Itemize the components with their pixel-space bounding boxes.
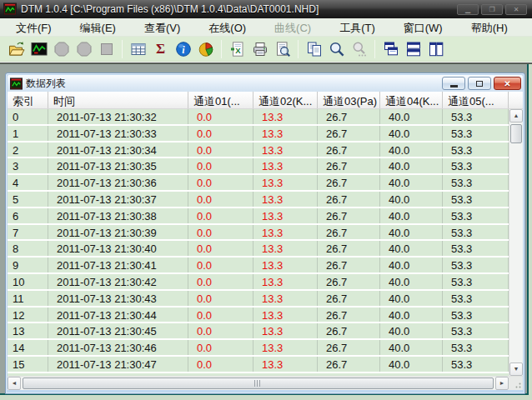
menu-item-view[interactable]: 查看(V) <box>130 18 194 36</box>
menu-item-online[interactable]: 在线(O) <box>194 18 260 36</box>
table-row-8[interactable]: 82011-07-13 21:30:400.013.326.740.053.3 <box>8 241 509 258</box>
toolbar-button-data-monitor[interactable] <box>28 39 50 60</box>
cell-ch02: 13.3 <box>253 126 318 141</box>
vertical-scrollbar[interactable]: ▲ ▼ <box>509 109 523 376</box>
restore-child-button[interactable] <box>468 77 491 90</box>
minimize-window-button[interactable]: ▁ <box>457 4 479 15</box>
restore-glyph <box>476 81 483 87</box>
vertical-scroll-thumb[interactable] <box>510 124 522 143</box>
table-row-7[interactable]: 72011-07-13 21:30:390.013.326.740.053.3 <box>8 225 509 242</box>
toolbar-button-tile-vertical[interactable] <box>424 39 447 60</box>
column-header-ch05[interactable]: 通道05(... <box>443 92 509 108</box>
column-header-index[interactable]: 索引 <box>8 92 48 108</box>
cell-ch04: 40.0 <box>380 340 443 355</box>
toolbar-button-tile-horizontal[interactable] <box>402 39 424 60</box>
cell-ch05: 53.3 <box>443 357 509 372</box>
cell-ch04: 40.0 <box>380 258 443 272</box>
column-header-time[interactable]: 时间 <box>48 92 188 108</box>
main-window: DTM 1.0.4 [C:\Program Files (x86)\DTM 1.… <box>0 0 532 400</box>
table-row-0[interactable]: 02011-07-13 21:30:320.013.326.740.053.3 <box>8 109 509 126</box>
toolbar-button-data-table[interactable] <box>127 39 149 60</box>
cell-ch02: 13.3 <box>253 109 318 124</box>
table-row-3[interactable]: 32011-07-13 21:30:350.013.326.740.053.3 <box>8 158 509 175</box>
cell-ch01: 0.0 <box>188 175 253 190</box>
toolbar-button-print[interactable] <box>248 39 271 60</box>
cell-ch01: 0.0 <box>188 258 253 272</box>
cell-ch05: 53.3 <box>443 109 509 124</box>
menu-item-file[interactable]: 文件(F) <box>2 18 66 36</box>
cell-index: 8 <box>8 241 48 256</box>
resize-grip-icon[interactable] <box>513 380 521 388</box>
horizontal-scrollbar[interactable]: ◄ ► <box>8 377 509 390</box>
cell-ch01: 0.0 <box>188 142 253 158</box>
table-row-9[interactable]: 92011-07-13 21:30:410.013.326.740.053.3 <box>8 258 509 274</box>
scroll-right-button[interactable]: ► <box>495 377 509 390</box>
menu-item-edit[interactable]: 编辑(E) <box>66 18 130 36</box>
toolbar-button-print-preview[interactable] <box>271 39 294 60</box>
cell-ch05: 53.3 <box>443 308 509 322</box>
cell-index: 3 <box>8 158 48 173</box>
cell-time: 2011-07-13 21:30:44 <box>48 308 188 322</box>
open-file-icon <box>8 41 25 58</box>
record-octagon-icon <box>53 41 70 58</box>
cell-ch04: 40.0 <box>380 291 443 306</box>
table-row-4[interactable]: 42011-07-13 21:30:360.013.326.740.053.3 <box>8 175 509 192</box>
cell-ch03: 26.7 <box>318 225 380 240</box>
table-row-10[interactable]: 102011-07-13 21:30:420.013.326.740.053.3 <box>8 274 509 291</box>
table-body: 02011-07-13 21:30:320.013.326.740.053.31… <box>8 109 509 376</box>
toolbar-button-export-excel[interactable]: X <box>226 39 248 60</box>
toolbar-button-open-file[interactable] <box>5 39 28 60</box>
table-row-2[interactable]: 22011-07-13 21:30:340.013.326.740.053.3 <box>8 142 509 159</box>
cell-ch01: 0.0 <box>188 274 253 289</box>
menu-item-window[interactable]: 窗口(W) <box>389 18 457 36</box>
column-header-ch03[interactable]: 通道03(Pa) <box>318 92 380 108</box>
tile-vertical-icon <box>428 41 444 58</box>
close-window-button[interactable]: ✕ <box>505 4 527 15</box>
cell-ch04: 40.0 <box>380 158 443 173</box>
toolbar-button-cascade-windows[interactable] <box>379 39 402 60</box>
toolbar-button-copy[interactable] <box>303 39 325 60</box>
cell-ch05: 53.3 <box>443 258 509 272</box>
cell-ch03: 26.7 <box>318 158 380 173</box>
column-header-ch04[interactable]: 通道04(K... <box>380 92 443 108</box>
table-row-11[interactable]: 112011-07-13 21:30:430.013.326.740.053.3 <box>8 291 509 308</box>
toolbar-button-pie-chart[interactable] <box>194 39 217 60</box>
vertical-scroll-track[interactable] <box>509 143 523 362</box>
table-row-12[interactable]: 122011-07-13 21:30:440.013.326.740.053.3 <box>8 308 509 324</box>
scroll-down-button[interactable]: ▼ <box>509 362 523 376</box>
table-row-14[interactable]: 142011-07-13 21:30:460.013.326.740.053.3 <box>8 340 509 357</box>
minimize-child-button[interactable] <box>442 77 465 90</box>
column-header-ch01[interactable]: 通道01(... <box>188 92 253 108</box>
column-header-ch02[interactable]: 通道02(K... <box>253 92 318 108</box>
restore-window-button[interactable]: ❐ <box>481 4 503 15</box>
cell-index: 4 <box>8 175 48 190</box>
table-row-13[interactable]: 132011-07-13 21:30:450.013.326.740.053.3 <box>8 323 509 340</box>
data-list-titlebar[interactable]: 数据列表 ✕ <box>8 75 523 92</box>
table-row-15[interactable]: 152011-07-13 21:30:470.013.326.740.053.3 <box>8 357 509 373</box>
toolbar-button-stop-square <box>95 39 118 60</box>
menu-item-curve: 曲线(C) <box>260 18 325 36</box>
toolbar-button-statistics-sigma[interactable]: Σ <box>149 39 172 60</box>
table-row-1[interactable]: 12011-07-13 21:30:330.013.326.740.053.3 <box>8 126 509 142</box>
scroll-left-button[interactable]: ◄ <box>8 377 21 390</box>
menu-item-help[interactable]: 帮助(H) <box>457 18 522 36</box>
table-row-6[interactable]: 62011-07-13 21:30:380.013.326.740.053.3 <box>8 208 509 225</box>
toolbar-button-zoom[interactable] <box>325 39 348 60</box>
cell-index: 13 <box>8 323 48 338</box>
cell-ch03: 26.7 <box>318 192 380 207</box>
toolbar-button-info[interactable]: i <box>172 39 194 60</box>
export-excel-icon: X <box>229 41 246 58</box>
scroll-thumb-grip <box>254 380 262 387</box>
cell-ch02: 13.3 <box>253 323 318 338</box>
close-child-button[interactable]: ✕ <box>494 77 521 90</box>
scroll-up-button[interactable]: ▲ <box>509 109 523 122</box>
table-row-5[interactable]: 52011-07-13 21:30:370.013.326.740.053.3 <box>8 192 509 208</box>
cell-time: 2011-07-13 21:30:38 <box>48 208 188 223</box>
menu-item-tools[interactable]: 工具(T) <box>325 18 389 36</box>
toolbar: ΣiX <box>0 37 532 62</box>
cell-index: 14 <box>8 340 48 355</box>
cell-ch05: 53.3 <box>443 274 509 289</box>
horizontal-scroll-thumb[interactable] <box>23 378 494 389</box>
cell-ch01: 0.0 <box>188 158 253 173</box>
cell-index: 5 <box>8 192 48 207</box>
